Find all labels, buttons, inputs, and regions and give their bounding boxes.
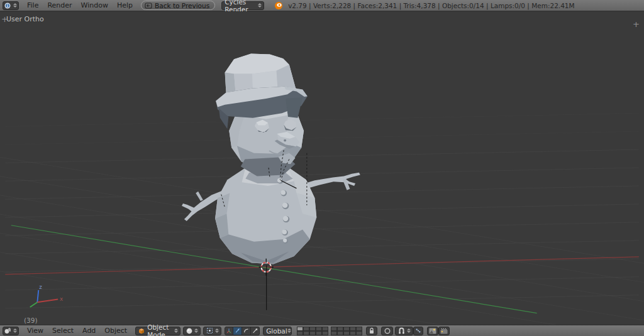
layer-group-2	[331, 327, 362, 335]
snowman-body	[215, 163, 316, 264]
render-engine-select[interactable]: Cycles Render	[221, 1, 264, 10]
layer-cell-1[interactable]	[297, 327, 303, 331]
layer-cell-16[interactable]	[331, 331, 337, 335]
transform-orientation-select[interactable]: Global	[263, 327, 292, 335]
layer-cell-5[interactable]	[322, 327, 328, 331]
menu-object[interactable]: Object	[100, 327, 131, 335]
snowman-object[interactable]	[182, 54, 360, 264]
mode-value: Object Mode	[147, 323, 174, 336]
scene-stats: v2.79 | Verts:2,228 | Faces:2,341 | Tris…	[288, 2, 574, 9]
properties-expand-icon[interactable]: +	[633, 21, 640, 28]
scale-manipulator-button[interactable]	[251, 327, 260, 335]
pivot-point-select[interactable]	[203, 327, 221, 335]
gizmo-x-label: x	[60, 296, 63, 302]
snap-increment-icon	[415, 327, 421, 334]
editor-type-selector[interactable]	[3, 1, 19, 10]
layer-cell-19[interactable]	[350, 331, 356, 335]
layer-cell-20[interactable]	[356, 331, 362, 335]
dropdown-arrows-icon	[215, 328, 219, 333]
render-animation-button[interactable]	[438, 327, 450, 335]
menu-window[interactable]: Window	[77, 1, 113, 9]
layer-cell-9[interactable]	[316, 331, 322, 335]
blender-window: File Render Window Help Back to Previous…	[0, 0, 644, 336]
blender-logo-icon	[274, 1, 283, 10]
gizmo-z-label: z	[39, 284, 42, 290]
top-header: File Render Window Help Back to Previous…	[0, 0, 644, 11]
back-arrow-icon	[145, 3, 152, 9]
back-button-label: Back to Previous	[155, 2, 209, 9]
layer-group-1	[297, 327, 328, 335]
layer-cell-14[interactable]	[350, 327, 356, 331]
dropdown-arrows-icon	[287, 328, 291, 333]
viewport-shading-select[interactable]	[183, 327, 201, 335]
viewport-header: View Select Add Object Object Mode	[0, 325, 644, 336]
snap-toggle-select[interactable]	[395, 327, 413, 335]
menu-add[interactable]: Add	[78, 327, 100, 335]
magnet-icon	[398, 327, 405, 334]
menu-view[interactable]: View	[23, 327, 48, 335]
rotate-manipulator-button[interactable]	[242, 327, 251, 335]
layer-selector	[297, 327, 362, 335]
3d-viewport[interactable]: z x User Ortho (39) + +	[0, 11, 644, 325]
dropdown-arrows-icon	[174, 328, 178, 333]
lock-icon	[369, 327, 375, 334]
layer-cell-13[interactable]	[343, 327, 350, 331]
rotate-arc-icon	[243, 327, 249, 334]
menu-select[interactable]: Select	[48, 327, 78, 335]
layer-cell-10[interactable]	[322, 331, 328, 335]
3d-view-editor-icon	[4, 327, 11, 334]
view-orientation-label: User Ortho	[6, 15, 44, 23]
render-photo-icon	[429, 328, 436, 334]
dropdown-arrows-icon	[407, 328, 411, 333]
layer-cell-12[interactable]	[337, 327, 343, 331]
proportional-circle-icon	[384, 328, 391, 334]
layer-cell-4[interactable]	[316, 327, 322, 331]
dropdown-arrows-icon	[258, 3, 262, 8]
menu-file[interactable]: File	[23, 1, 43, 9]
layer-cell-18[interactable]	[343, 331, 350, 335]
mode-select[interactable]: Object Mode	[135, 327, 180, 335]
editor-type-selector[interactable]	[3, 327, 19, 335]
layer-cell-2[interactable]	[303, 327, 309, 331]
orientation-value: Global	[266, 327, 287, 335]
layer-cell-11[interactable]	[331, 327, 337, 331]
axis-tripod-icon	[226, 327, 231, 334]
clapperboard-icon	[440, 328, 448, 334]
shading-sphere-icon	[186, 328, 192, 334]
info-editor-icon	[4, 3, 11, 9]
back-to-previous-button[interactable]: Back to Previous	[141, 1, 215, 10]
axis-gizmo: z x	[30, 284, 63, 307]
dropdown-arrows-icon	[194, 328, 198, 333]
menu-help[interactable]: Help	[113, 1, 137, 9]
snap-element-button[interactable]	[413, 327, 423, 335]
proportional-edit-select[interactable]	[381, 327, 393, 335]
layer-cell-7[interactable]	[303, 331, 309, 335]
pivot-point-icon	[206, 327, 213, 334]
manipulator-toggle-button[interactable]	[225, 327, 233, 335]
dropdown-arrows-icon	[13, 3, 17, 8]
dropdown-arrows-icon	[13, 328, 17, 333]
viewport-scene[interactable]: z x	[0, 11, 644, 325]
layer-cell-8[interactable]	[309, 331, 316, 335]
scale-handle-icon	[252, 327, 258, 334]
layer-cell-15[interactable]	[356, 327, 362, 331]
manipulator-buttons	[225, 327, 260, 335]
layer-cell-3[interactable]	[309, 327, 316, 331]
translate-manipulator-button[interactable]	[233, 327, 242, 335]
lock-modes-button[interactable]	[366, 327, 377, 335]
object-mode-cube-icon	[138, 328, 145, 334]
translate-arrow-icon	[235, 327, 240, 334]
frame-indicator: (39)	[24, 317, 38, 324]
toolshelf-expand-icon[interactable]: +	[1, 16, 8, 23]
grid-floor	[0, 113, 644, 325]
menu-render[interactable]: Render	[43, 1, 76, 9]
layer-cell-17[interactable]	[337, 331, 343, 335]
layer-cell-6[interactable]	[297, 331, 303, 335]
render-still-button[interactable]	[427, 327, 438, 335]
